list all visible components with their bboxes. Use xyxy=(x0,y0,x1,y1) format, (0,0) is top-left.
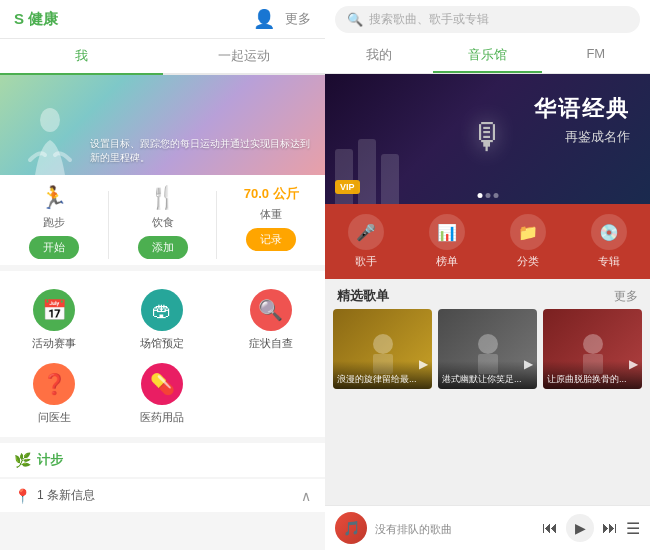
pedometer-label: 计步 xyxy=(37,451,63,469)
banner-dots xyxy=(477,193,498,198)
feature-grid: 📅 活动赛事 🏟 场馆预定 🔍 症状自查 ❓ 问医生 💊 医药用品 xyxy=(0,271,325,437)
banner-title-block: 华语经典 再鉴成名作 xyxy=(534,94,630,146)
notification-content: 📍 1 条新信息 xyxy=(14,487,95,504)
songs-title: 精选歌单 xyxy=(337,287,389,305)
symptom-icon: 🔍 xyxy=(250,289,292,331)
record-button[interactable]: 记录 xyxy=(246,228,296,251)
food-icon: 🍴 xyxy=(149,185,176,211)
tab-music-hall[interactable]: 音乐馆 xyxy=(433,39,541,73)
stats-row: 🏃 跑步 开始 🍴 饮食 添加 70.0 公斤 体重 记录 xyxy=(0,175,325,265)
notification-bar[interactable]: 📍 1 条新信息 ∧ xyxy=(0,479,325,512)
symptom-label: 症状自查 xyxy=(249,336,293,351)
grid-doctor[interactable]: ❓ 问医生 xyxy=(0,357,108,431)
left-header: S 健康 👤 更多 xyxy=(0,0,325,39)
venue-label: 场馆预定 xyxy=(140,336,184,351)
banner-text: 设置目标、跟踪您的每日运动并通过实现目标达到新的里程碑。 xyxy=(90,137,315,165)
tab-exercise-together[interactable]: 一起运动 xyxy=(163,39,326,73)
song-label-1: 浪漫的旋律留给最... xyxy=(333,361,432,389)
play-icon-2: ▶ xyxy=(524,357,533,371)
song-label-2: 港式幽默让你笑足... xyxy=(438,361,537,389)
search-container: 🔍 搜索歌曲、歌手或专辑 xyxy=(325,0,650,39)
next-button[interactable]: ⏭ xyxy=(602,519,618,537)
grid-pharmacy[interactable]: 💊 医药用品 xyxy=(108,357,216,431)
banner-cn-title: 华语经典 xyxy=(534,94,630,124)
events-icon: 📅 xyxy=(33,289,75,331)
category-label: 分类 xyxy=(517,254,539,269)
song-card-1[interactable]: 浪漫的旋律留给最... ▶ xyxy=(333,309,432,389)
pharmacy-label: 医药用品 xyxy=(140,410,184,425)
queue-button[interactable]: ☰ xyxy=(626,519,640,538)
tab-me[interactable]: 我 xyxy=(0,39,163,75)
add-food-button[interactable]: 添加 xyxy=(138,236,188,259)
song-card-2[interactable]: 港式幽默让你笑足... ▶ xyxy=(438,309,537,389)
song-list: 浪漫的旋律留给最... ▶ 港式幽默让你笑足... ▶ 让原曲脱胎换骨的... … xyxy=(325,309,650,397)
search-bar[interactable]: 🔍 搜索歌曲、歌手或专辑 xyxy=(335,6,640,33)
player-controls: ⏮ ▶ ⏭ ☰ xyxy=(542,514,640,542)
play-icon-3: ▶ xyxy=(629,357,638,371)
search-placeholder: 搜索歌曲、歌手或专辑 xyxy=(369,11,489,28)
banner-subtitle: 再鉴成名作 xyxy=(534,128,630,146)
vip-badge: VIP xyxy=(335,180,360,194)
dot-3 xyxy=(493,193,498,198)
svg-point-3 xyxy=(478,334,498,354)
banner-silhouette xyxy=(20,105,80,175)
svg-point-5 xyxy=(583,334,603,354)
stat-running: 🏃 跑步 开始 xyxy=(0,185,108,265)
pedometer-icon: 🌿 xyxy=(14,452,31,468)
silhouette-1 xyxy=(335,149,353,204)
doctor-label: 问医生 xyxy=(38,410,71,425)
left-tabs: 我 一起运动 xyxy=(0,39,325,75)
left-banner: 设置目标、跟踪您的每日运动并通过实现目标达到新的里程碑。 xyxy=(0,75,325,175)
stat-weight: 70.0 公斤 体重 记录 xyxy=(217,185,325,265)
menu-singer[interactable]: 🎤 歌手 xyxy=(325,214,406,269)
notification-text: 1 条新信息 xyxy=(37,487,95,504)
dot-1 xyxy=(477,193,482,198)
weight-label: 体重 xyxy=(260,207,282,222)
start-button[interactable]: 开始 xyxy=(29,236,79,259)
player-status: 没有排队的歌曲 xyxy=(375,523,452,535)
menu-chart[interactable]: 📊 榜单 xyxy=(406,214,487,269)
menu-album[interactable]: 💿 专辑 xyxy=(569,214,650,269)
grid-venue[interactable]: 🏟 场馆预定 xyxy=(108,283,216,357)
notification-dot: 📍 xyxy=(14,488,31,504)
music-menu: 🎤 歌手 📊 榜单 📁 分类 💿 专辑 xyxy=(325,204,650,279)
silhouette-3 xyxy=(381,154,399,204)
grid-events[interactable]: 📅 活动赛事 xyxy=(0,283,108,357)
app-title: S 健康 xyxy=(14,10,58,29)
music-banner: 🎙 华语经典 再鉴成名作 VIP xyxy=(325,74,650,204)
player-avatar: 🎵 xyxy=(335,512,367,544)
search-icon: 🔍 xyxy=(347,12,363,27)
pedometer-section: 🌿 计步 xyxy=(0,443,325,477)
profile-icon[interactable]: 👤 xyxy=(253,8,275,30)
category-icon: 📁 xyxy=(510,214,546,250)
header-icons: 👤 更多 xyxy=(253,8,311,30)
tab-fm[interactable]: FM xyxy=(542,39,650,73)
songs-section-header: 精选歌单 更多 xyxy=(325,279,650,309)
play-pause-button[interactable]: ▶ xyxy=(566,514,594,542)
play-icon-1: ▶ xyxy=(419,357,428,371)
running-icon: 🏃 xyxy=(40,185,67,211)
chart-label: 榜单 xyxy=(436,254,458,269)
events-label: 活动赛事 xyxy=(32,336,76,351)
chart-icon: 📊 xyxy=(429,214,465,250)
grid-symptom[interactable]: 🔍 症状自查 xyxy=(217,283,325,357)
more-button[interactable]: 更多 xyxy=(285,10,311,28)
venue-icon: 🏟 xyxy=(141,289,183,331)
music-player: 🎵 没有排队的歌曲 ⏮ ▶ ⏭ ☰ xyxy=(325,505,650,550)
stat-food: 🍴 饮食 添加 xyxy=(109,185,217,265)
running-label: 跑步 xyxy=(43,215,65,230)
food-label: 饮食 xyxy=(152,215,174,230)
song-card-3[interactable]: 让原曲脱胎换骨的... ▶ xyxy=(543,309,642,389)
player-info: 没有排队的歌曲 xyxy=(367,519,542,537)
prev-button[interactable]: ⏮ xyxy=(542,519,558,537)
singer-label: 歌手 xyxy=(355,254,377,269)
dot-2 xyxy=(485,193,490,198)
microphone-icon: 🎙 xyxy=(470,116,506,158)
menu-category[interactable]: 📁 分类 xyxy=(488,214,569,269)
right-tabs: 我的 音乐馆 FM xyxy=(325,39,650,74)
song-label-3: 让原曲脱胎换骨的... xyxy=(543,361,642,389)
tab-mine[interactable]: 我的 xyxy=(325,39,433,73)
svg-point-0 xyxy=(40,108,60,132)
songs-more[interactable]: 更多 xyxy=(614,288,638,305)
album-icon: 💿 xyxy=(591,214,627,250)
